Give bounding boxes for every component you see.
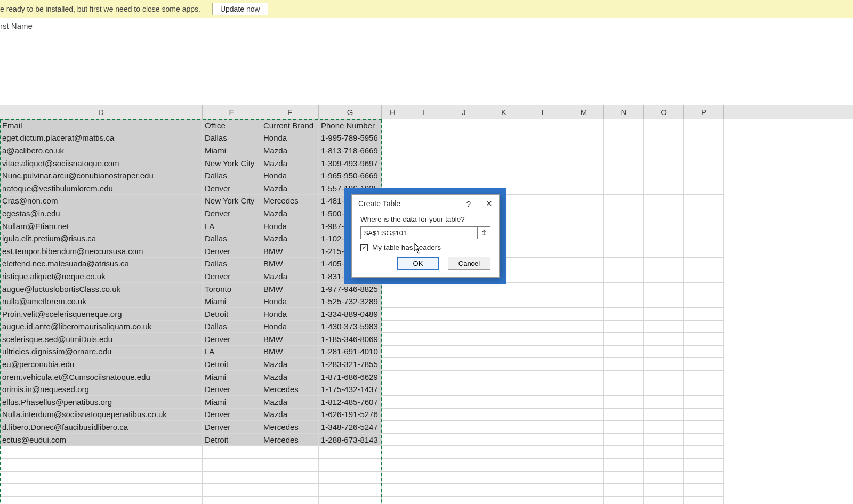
ok-button[interactable]: OK: [397, 257, 439, 270]
column-header[interactable]: D: [0, 105, 203, 119]
cell[interactable]: [382, 333, 404, 346]
table-cell[interactable]: Denver: [203, 207, 261, 220]
cell[interactable]: [382, 409, 404, 421]
table-cell[interactable]: 1-965-950-6669: [319, 169, 382, 182]
cell[interactable]: [684, 245, 724, 258]
table-cell[interactable]: nulla@ametlorem.co.uk: [0, 295, 203, 308]
cell[interactable]: [484, 333, 524, 346]
cell[interactable]: [524, 308, 564, 321]
cell[interactable]: [644, 459, 684, 472]
cell[interactable]: [261, 484, 319, 497]
cell[interactable]: [319, 472, 382, 484]
cell[interactable]: [644, 497, 684, 504]
column-header[interactable]: J: [444, 105, 484, 119]
cell[interactable]: [404, 321, 444, 334]
table-cell[interactable]: 1-995-789-5956: [319, 132, 382, 145]
cell[interactable]: [684, 207, 724, 220]
cell[interactable]: [564, 245, 604, 258]
cell[interactable]: [684, 270, 724, 283]
cell[interactable]: [644, 169, 684, 182]
cell[interactable]: [524, 358, 564, 371]
column-header[interactable]: K: [484, 105, 524, 119]
table-cell[interactable]: Denver: [203, 409, 261, 421]
cell[interactable]: [444, 169, 484, 182]
cell[interactable]: [604, 358, 644, 371]
cell[interactable]: [484, 308, 524, 321]
cell[interactable]: [203, 446, 261, 459]
cell[interactable]: [604, 333, 644, 346]
table-cell[interactable]: 1-175-432-1437: [319, 383, 382, 396]
cell[interactable]: [684, 283, 724, 296]
table-cell[interactable]: 1-288-673-8143: [319, 434, 382, 446]
table-cell[interactable]: natoque@vestibulumlorem.edu: [0, 182, 203, 195]
cell[interactable]: [564, 182, 604, 195]
cell[interactable]: [604, 195, 644, 208]
cell[interactable]: [484, 484, 524, 497]
table-cell[interactable]: ectus@eudui.com: [0, 434, 203, 446]
cell[interactable]: [684, 434, 724, 446]
cell[interactable]: [261, 472, 319, 484]
table-cell[interactable]: igula.elit.pretium@risus.ca: [0, 232, 203, 245]
cell[interactable]: [484, 409, 524, 421]
cell[interactable]: [524, 132, 564, 145]
cell[interactable]: [444, 119, 484, 132]
cell[interactable]: [684, 484, 724, 497]
cell[interactable]: [644, 371, 684, 384]
cell[interactable]: [604, 497, 644, 504]
cell[interactable]: [684, 459, 724, 472]
table-cell[interactable]: Denver: [203, 270, 261, 283]
cell[interactable]: [444, 421, 484, 434]
cell[interactable]: [0, 484, 203, 497]
cell[interactable]: [524, 497, 564, 504]
cell[interactable]: [382, 321, 404, 334]
cell[interactable]: [382, 295, 404, 308]
cell[interactable]: [524, 245, 564, 258]
cell[interactable]: [524, 346, 564, 359]
cell[interactable]: [604, 308, 644, 321]
cell[interactable]: [604, 119, 644, 132]
cell[interactable]: [524, 119, 564, 132]
cell[interactable]: [564, 258, 604, 271]
table-cell[interactable]: egestas@in.edu: [0, 207, 203, 220]
cell[interactable]: [564, 421, 604, 434]
dialog-titlebar[interactable]: Create Table ? ✕: [352, 195, 499, 212]
cell[interactable]: [604, 434, 644, 446]
cell[interactable]: [524, 421, 564, 434]
table-cell[interactable]: Mazda: [261, 232, 319, 245]
cell[interactable]: [644, 321, 684, 334]
cell[interactable]: [604, 295, 644, 308]
table-cell[interactable]: Mercedes: [261, 421, 319, 434]
spreadsheet-grid[interactable]: DEFGHIJKLMNOP EmailOfficeCurrent BrandPh…: [0, 105, 853, 504]
table-cell[interactable]: New York City: [203, 157, 261, 170]
range-input[interactable]: [360, 226, 478, 239]
cell[interactable]: [444, 472, 484, 484]
cell[interactable]: [524, 144, 564, 157]
cell[interactable]: [444, 371, 484, 384]
cell[interactable]: [444, 295, 484, 308]
cell[interactable]: [444, 358, 484, 371]
cell[interactable]: [382, 308, 404, 321]
cell[interactable]: [444, 346, 484, 359]
cell[interactable]: [684, 195, 724, 208]
column-header[interactable]: L: [524, 105, 564, 119]
table-cell[interactable]: Honda: [261, 132, 319, 145]
table-cell[interactable]: Honda: [261, 220, 319, 233]
cell[interactable]: [444, 396, 484, 409]
cell[interactable]: [382, 472, 404, 484]
cell[interactable]: [644, 358, 684, 371]
cell[interactable]: [382, 396, 404, 409]
cell[interactable]: [319, 484, 382, 497]
cell[interactable]: [564, 132, 604, 145]
table-cell[interactable]: Denver: [203, 182, 261, 195]
table-cell[interactable]: 1-525-732-3289: [319, 295, 382, 308]
cell[interactable]: [644, 182, 684, 195]
cell[interactable]: [564, 220, 604, 233]
cell[interactable]: [524, 321, 564, 334]
table-cell[interactable]: BMW: [261, 258, 319, 271]
table-cell[interactable]: Mazda: [261, 409, 319, 421]
cell[interactable]: [404, 119, 444, 132]
cell[interactable]: [604, 157, 644, 170]
cell[interactable]: [484, 144, 524, 157]
cell[interactable]: [0, 459, 203, 472]
cell[interactable]: [564, 472, 604, 484]
